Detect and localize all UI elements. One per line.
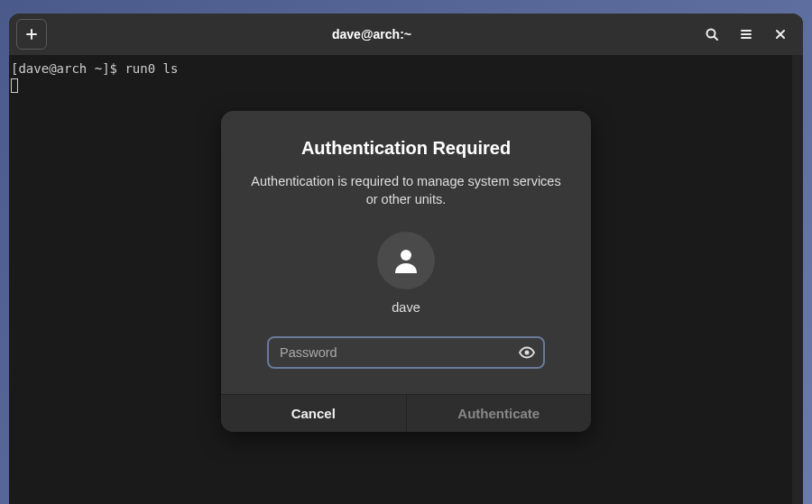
titlebar: dave@arch:~	[9, 14, 803, 55]
show-password-button[interactable]	[514, 340, 540, 365]
hamburger-icon	[739, 27, 753, 41]
avatar	[377, 232, 435, 289]
auth-dialog: Authentication Required Authentication i…	[221, 111, 591, 432]
close-button[interactable]	[765, 19, 796, 50]
terminal-line: [dave@arch ~]$ run0 ls	[11, 60, 790, 77]
svg-point-0	[707, 30, 715, 38]
password-row	[267, 336, 545, 369]
new-tab-button[interactable]	[16, 19, 47, 50]
terminal-cursor	[11, 78, 18, 93]
user-icon	[390, 244, 422, 277]
close-icon	[774, 28, 787, 41]
dialog-message: Authentication is required to manage sys…	[246, 173, 566, 208]
search-button[interactable]	[697, 19, 727, 50]
eye-icon	[518, 344, 536, 362]
svg-point-2	[525, 351, 530, 355]
titlebar-actions	[697, 19, 796, 50]
window-title: dave@arch:~	[54, 27, 689, 41]
dialog-body: Authentication Required Authentication i…	[221, 111, 591, 394]
plus-icon	[24, 27, 39, 41]
cancel-button[interactable]: Cancel	[221, 394, 406, 432]
username-label: dave	[392, 300, 420, 315]
authenticate-button[interactable]: Authenticate	[406, 394, 592, 432]
menu-button[interactable]	[731, 19, 761, 50]
password-input[interactable]	[267, 336, 545, 369]
svg-point-1	[401, 250, 411, 261]
search-icon	[705, 27, 719, 41]
dialog-title: Authentication Required	[301, 138, 511, 159]
dialog-buttons: Cancel Authenticate	[221, 394, 591, 432]
